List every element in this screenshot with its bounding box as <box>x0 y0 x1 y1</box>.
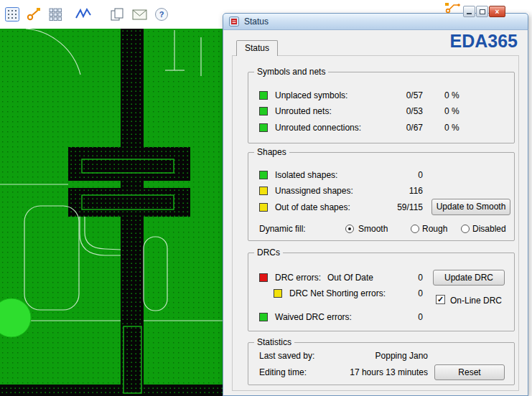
unrouted-nets-pct: 0 % <box>444 106 459 116</box>
radio-disabled-label[interactable]: Disabled <box>472 224 506 234</box>
status-led-unassigned-shapes <box>259 187 268 195</box>
radio-smooth[interactable] <box>345 225 354 233</box>
out-of-date-shapes-label: Out of date shapes: <box>275 202 350 212</box>
app-window: ? <box>0 0 532 396</box>
pcb-art <box>0 29 223 396</box>
dialog-icon <box>229 16 239 27</box>
dynamic-fill-label: Dynamic fill: <box>259 224 306 234</box>
eda-orange-logo-icon <box>444 1 462 18</box>
group-title: Symbols and nets <box>254 67 328 77</box>
radio-smooth-label[interactable]: Smooth <box>358 224 388 234</box>
editing-time-value: 17 hours 13 minutes <box>335 367 428 377</box>
unrouted-connections-value: 0/67 <box>351 123 423 133</box>
out-of-date-shapes-value: 59/115 <box>351 202 423 212</box>
copy-icon[interactable] <box>108 5 126 24</box>
radio-rough-label[interactable]: Rough <box>422 224 447 234</box>
net-shorting-value: 0 <box>351 288 423 298</box>
status-led-net-shorting <box>274 289 282 298</box>
minimize-button[interactable] <box>463 6 475 17</box>
unplaced-symbols-pct: 0 % <box>444 90 459 100</box>
online-drc-label[interactable]: On-Line DRC <box>450 296 502 306</box>
status-led-waived-drc <box>259 313 268 321</box>
radio-rough[interactable] <box>411 225 419 233</box>
drc-errors-label: DRC errors: <box>275 273 321 283</box>
unrouted-nets-label: Unrouted nets: <box>275 106 332 116</box>
editing-time-label: Editing time: <box>259 367 307 377</box>
dialog-body: EDA365 Status Symbols and nets Unplaced … <box>223 30 528 396</box>
group-title: DRCs <box>254 248 283 258</box>
app-grid-icon[interactable] <box>3 5 22 24</box>
status-led-out-of-date-shapes <box>259 203 268 212</box>
unrouted-connections-label: Unrouted connections: <box>275 123 361 133</box>
help-icon[interactable]: ? <box>152 5 171 24</box>
mail-icon[interactable] <box>131 5 149 24</box>
isolated-shapes-value: 0 <box>351 170 423 180</box>
close-button[interactable]: × <box>489 6 505 17</box>
dialog-title: Status <box>244 16 269 27</box>
waveform-icon[interactable] <box>75 5 93 24</box>
last-saved-by-label: Last saved by: <box>259 351 314 361</box>
status-led-unrouted-connections <box>259 123 268 132</box>
restore-button[interactable] <box>476 6 488 17</box>
update-drc-button[interactable]: Update DRC <box>433 270 505 286</box>
status-led-unplaced-symbols <box>259 91 268 100</box>
restore-icon <box>480 9 485 14</box>
waived-drc-value: 0 <box>351 312 423 322</box>
waived-drc-label: Waived DRC errors: <box>275 312 352 322</box>
status-led-isolated-shapes <box>259 171 268 179</box>
tab-status[interactable]: Status <box>236 40 278 56</box>
unrouted-connections-pct: 0 % <box>444 123 459 133</box>
group-title: Statistics <box>254 337 294 347</box>
status-dialog: Status EDA365 Status Symbols and nets Un… <box>223 13 528 396</box>
pcb-canvas[interactable] <box>0 29 223 396</box>
pad-grid-icon[interactable] <box>46 5 65 24</box>
radio-disabled[interactable] <box>461 225 470 233</box>
unassigned-shapes-value: 116 <box>351 186 423 196</box>
unplaced-symbols-value: 0/57 <box>351 90 423 100</box>
status-led-unrouted-nets <box>259 107 268 116</box>
close-icon: × <box>495 8 500 16</box>
isolated-shapes-label: Isolated shapes: <box>275 170 337 180</box>
reset-button[interactable]: Reset <box>434 364 505 380</box>
unassigned-shapes-label: Unassigned shapes: <box>275 186 353 196</box>
last-saved-by-value: Popping Jano <box>335 351 428 361</box>
svg-text:?: ? <box>159 10 164 19</box>
group-title: Shapes <box>254 147 289 157</box>
status-led-drc-errors <box>259 273 268 282</box>
unrouted-nets-value: 0/53 <box>351 106 423 116</box>
unplaced-symbols-label: Unplaced symbols: <box>275 90 347 100</box>
probe-tool-icon[interactable] <box>24 5 43 24</box>
drc-errors-value: 0 <box>351 273 423 283</box>
brand-logo: EDA365 <box>450 31 518 52</box>
update-to-smooth-button[interactable]: Update to Smooth <box>431 199 510 215</box>
minimize-icon <box>467 13 472 14</box>
online-drc-checkbox[interactable] <box>436 295 445 304</box>
